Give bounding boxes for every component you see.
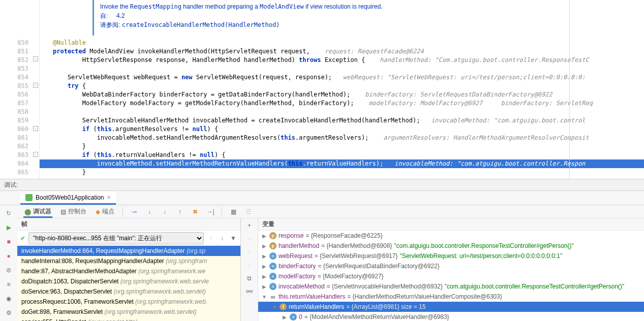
variable-row[interactable]: ▼freturnValueHandlers = {ArrayList@6981}… bbox=[258, 302, 644, 312]
frames-header: 帧 bbox=[17, 218, 240, 231]
current-exec-line: invocableMethod.setHandlerMethodReturnVa… bbox=[40, 159, 644, 168]
run-to-cursor-icon[interactable]: →| bbox=[206, 208, 214, 216]
thread-selector[interactable]: "http-nio-8080-exec...955 在组 "main": 正在运… bbox=[28, 232, 204, 244]
copy-icon[interactable]: ⧉ bbox=[246, 274, 254, 282]
expand-icon[interactable]: ▶ bbox=[282, 314, 288, 320]
var-type-icon: p bbox=[269, 232, 277, 239]
line-number: 857 bbox=[0, 99, 28, 108]
spring-boot-icon bbox=[25, 194, 33, 201]
mute-breakpoints-icon[interactable]: ⊘ bbox=[5, 266, 13, 274]
line-number: 859 bbox=[0, 116, 28, 125]
variable-row[interactable]: ▶≡invocableMethod = {ServletInvocableHan… bbox=[258, 281, 644, 292]
down-icon[interactable]: ↓ bbox=[246, 261, 254, 269]
stack-frame[interactable]: service:655, HttpServlet (javax.servlet.… bbox=[17, 317, 240, 321]
expand-icon[interactable]: ▼ bbox=[271, 304, 278, 310]
expand-icon[interactable]: ▶ bbox=[261, 233, 267, 239]
drop-frame-icon[interactable]: ✖ bbox=[191, 208, 199, 216]
force-step-into-icon[interactable]: ↓ bbox=[161, 208, 169, 216]
bug-icon: ⬤ bbox=[24, 208, 31, 215]
variables-header: 变量 bbox=[258, 218, 644, 231]
step-over-icon[interactable]: ⤻ bbox=[130, 208, 138, 216]
prev-frame-icon[interactable]: ↑ bbox=[207, 234, 215, 242]
expand-icon[interactable]: ▶ bbox=[261, 283, 267, 290]
up-icon[interactable]: ↑ bbox=[246, 248, 254, 256]
var-type-icon: ≡ bbox=[269, 252, 277, 260]
line-number: 855 bbox=[0, 82, 28, 90]
stack-frame[interactable]: handle:87, AbstractHandlerMethodAdapter … bbox=[17, 266, 240, 276]
annotation: @Nullable bbox=[53, 39, 86, 46]
stack-frame-list[interactable]: invokeHandlerMethod:864, RequestMappingH… bbox=[17, 246, 240, 321]
variable-row[interactable]: ▶phandlerMethod = {HandlerMethod@6908} "… bbox=[258, 241, 644, 251]
variable-row[interactable]: ▶≡0 = {ModelAndViewMethodReturnValueHand… bbox=[258, 312, 644, 321]
step-into-icon[interactable]: ↓ bbox=[145, 208, 154, 216]
stack-frame[interactable]: doService:963, DispatcherServlet (org.sp… bbox=[17, 286, 240, 297]
fold-minus-icon[interactable]: − bbox=[33, 152, 38, 157]
camera-icon[interactable]: ◉ bbox=[5, 295, 13, 303]
console-icon: ▤ bbox=[60, 208, 66, 215]
stop-icon[interactable]: ■ bbox=[5, 238, 13, 246]
var-type-icon: ≡ bbox=[269, 273, 277, 280]
var-type-icon: f bbox=[280, 303, 287, 310]
line-number: 850 bbox=[0, 39, 28, 47]
var-type-icon: ≡ bbox=[290, 313, 297, 320]
close-icon[interactable]: × bbox=[107, 194, 111, 201]
vars-toolbar: + − ↑ ↓ ⧉ 👓 bbox=[241, 218, 258, 321]
line-number: 864 bbox=[0, 159, 28, 168]
ok-check-icon: ✔ bbox=[20, 235, 25, 242]
line-number: 853 bbox=[0, 65, 28, 73]
step-out-icon[interactable]: ↑ bbox=[176, 208, 184, 216]
line-number: 854 bbox=[0, 73, 28, 82]
debug-left-toolbar: ↻ ▶ ■ ● ⊘ ≡ ◉ ⚙ bbox=[0, 205, 17, 321]
variable-row[interactable]: ▶≡binderFactory = {ServletRequestDataBin… bbox=[258, 261, 644, 271]
filter-icon[interactable]: ▼ bbox=[229, 234, 237, 242]
variable-row[interactable]: ▶≡webRequest = {ServletWebRequest@6917} … bbox=[258, 251, 644, 261]
fold-minus-icon[interactable]: − bbox=[33, 56, 38, 61]
view-breakpoints-icon[interactable]: ● bbox=[5, 252, 13, 260]
run-config-tab[interactable]: Boot05Web01Application × bbox=[20, 191, 116, 205]
breakpoints-icon: ◆ bbox=[96, 208, 100, 215]
resume-icon[interactable]: ▶ bbox=[5, 223, 13, 232]
javadoc-panel: Invoke the RequestMapping handler method… bbox=[93, 0, 644, 36]
var-type-icon: ≡ bbox=[269, 283, 277, 290]
evaluate-icon[interactable]: ▦ bbox=[229, 208, 237, 216]
line-number: 856 bbox=[0, 90, 28, 99]
trace-icon[interactable]: ☰ bbox=[244, 208, 253, 216]
fold-gutter[interactable]: − − − − bbox=[33, 0, 40, 179]
line-number: 861 bbox=[0, 134, 28, 142]
line-number: 865 bbox=[0, 168, 28, 177]
breakpoints-tab[interactable]: ◆ 端点 bbox=[95, 205, 115, 218]
variable-row[interactable]: ▶presponse = {ResponseFacade@6225} bbox=[258, 231, 644, 241]
get-thread-dump-icon[interactable]: ≡ bbox=[5, 280, 13, 288]
fold-minus-icon[interactable]: − bbox=[33, 83, 38, 88]
settings-icon[interactable]: ⚙ bbox=[5, 309, 13, 317]
expand-icon[interactable]: ▶ bbox=[261, 253, 267, 259]
var-type-icon: p bbox=[269, 242, 277, 249]
stack-frame[interactable]: doDispatch:1063, DispatcherServlet (org.… bbox=[17, 276, 240, 286]
stack-frame[interactable]: handleInternal:808, RequestMappingHandle… bbox=[17, 256, 240, 266]
variable-row[interactable]: ▶≡modelFactory = {ModelFactory@6927} bbox=[258, 271, 644, 281]
rerun-icon[interactable]: ↻ bbox=[5, 209, 13, 217]
expand-icon[interactable]: ▶ bbox=[261, 263, 267, 269]
expand-icon[interactable]: ▶ bbox=[261, 273, 267, 279]
stack-frame[interactable]: processRequest:1006, FrameworkServlet (o… bbox=[17, 297, 240, 307]
stack-frame[interactable]: doGet:898, FrameworkServlet (org.springf… bbox=[17, 307, 240, 317]
remove-watch-icon[interactable]: − bbox=[246, 235, 254, 243]
line-number: 863 bbox=[0, 151, 28, 159]
code-editor[interactable]: Invoke the RequestMapping handler method… bbox=[40, 0, 644, 179]
variables-tree[interactable]: ▶presponse = {ResponseFacade@6225}▶phand… bbox=[258, 231, 644, 321]
line-number: 860 bbox=[0, 125, 28, 134]
expand-icon[interactable]: ▶ bbox=[261, 243, 267, 249]
add-watch-icon[interactable]: + bbox=[246, 221, 254, 230]
fold-minus-icon[interactable]: − bbox=[33, 126, 38, 131]
stack-frame[interactable]: invokeHandlerMethod:864, RequestMappingH… bbox=[17, 246, 240, 256]
console-tab[interactable]: ▤ 控制台 bbox=[59, 205, 87, 218]
watches-icon[interactable]: 👓 bbox=[246, 287, 254, 296]
debug-panel-label: 调试: bbox=[4, 181, 18, 189]
next-frame-icon[interactable]: ↓ bbox=[218, 234, 226, 242]
line-number: 852 bbox=[0, 56, 28, 65]
expand-icon[interactable]: ▼ bbox=[261, 294, 267, 300]
var-type-icon: ≡ bbox=[269, 263, 277, 270]
debugger-tab[interactable]: ⬤ 调试器 bbox=[23, 205, 52, 218]
variable-row[interactable]: ▼∞this.returnValueHandlers = {HandlerMet… bbox=[258, 292, 644, 302]
var-type-icon: ∞ bbox=[269, 293, 277, 300]
